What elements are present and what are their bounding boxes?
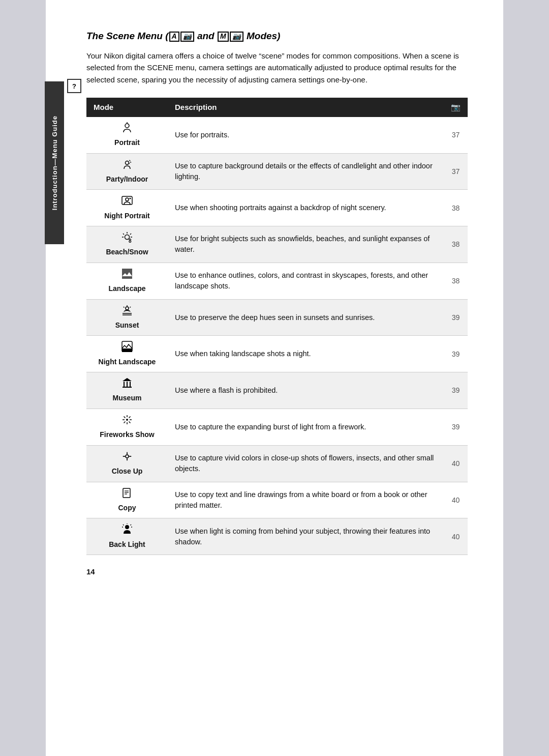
description-cell: Use to copy text and line drawings from … xyxy=(168,482,444,518)
mode-name: Museum xyxy=(113,394,142,402)
mode-name: Sunset xyxy=(115,321,139,329)
table-row: Back Light Use when light is coming from… xyxy=(86,518,468,555)
table-row: Museum Use where a flash is prohibited. … xyxy=(86,372,468,409)
description-cell: Use when light is coming from behind you… xyxy=(168,518,444,555)
intro-paragraph: Your Nikon digital camera offers a choic… xyxy=(86,50,468,85)
mode-cell: Copy xyxy=(86,482,168,518)
table-row: Landscape Use to enhance outlines, color… xyxy=(86,263,468,299)
mode-cell: Night Portrait xyxy=(86,190,168,226)
mode-name: Night Portrait xyxy=(104,212,149,220)
col-header-mode: Mode xyxy=(86,98,168,117)
svg-line-45 xyxy=(131,525,132,526)
sidebar-icon: ? xyxy=(67,79,81,93)
col-header-page: 📷 xyxy=(444,98,468,117)
svg-line-35 xyxy=(124,422,126,423)
table-row: Portrait Use for portraits. 37 xyxy=(86,117,468,153)
svg-point-4 xyxy=(126,198,129,201)
mode-cell: Back Light xyxy=(86,518,168,555)
mode-icon xyxy=(94,524,161,538)
section-title: The Scene Menu (A📷 and M📷 Modes) xyxy=(86,31,468,42)
svg-rect-24 xyxy=(130,382,131,387)
description-cell: Use to capture the expanding burst of li… xyxy=(168,409,444,446)
description-cell: Use for bright subjects such as snowfiel… xyxy=(168,226,444,263)
svg-rect-37 xyxy=(123,488,130,498)
mode-cell: Night Landscape xyxy=(86,336,168,372)
page-cell: 38 xyxy=(444,226,468,263)
mode-icon xyxy=(94,122,161,137)
description-cell: Use to preserve the deep hues seen in su… xyxy=(168,299,444,336)
page-cell: 38 xyxy=(444,263,468,299)
camera-icon-a: 📷 xyxy=(180,32,194,41)
mode-icon xyxy=(94,195,161,210)
svg-line-7 xyxy=(130,234,131,235)
mode-name: Fireworks Show xyxy=(100,430,154,439)
svg-point-0 xyxy=(125,124,129,128)
svg-point-27 xyxy=(126,419,128,421)
description-cell: Use to capture vivid colors in close-up … xyxy=(168,445,444,482)
svg-line-16 xyxy=(130,307,131,308)
page-cell: 40 xyxy=(444,445,468,482)
svg-point-14 xyxy=(126,307,129,310)
table-row: Sunset Use to preserve the deep hues see… xyxy=(86,299,468,336)
mode-cell: Sunset xyxy=(86,299,168,336)
mode-icon xyxy=(94,414,161,429)
svg-rect-23 xyxy=(127,382,128,387)
svg-line-33 xyxy=(129,422,131,423)
page-cell: 39 xyxy=(444,409,468,446)
svg-line-9 xyxy=(123,234,124,235)
svg-rect-22 xyxy=(124,382,125,387)
mode-name: Close Up xyxy=(112,467,143,475)
table-row: Copy Use to copy text and line drawings … xyxy=(86,482,468,518)
svg-line-17 xyxy=(124,307,125,308)
svg-rect-26 xyxy=(123,387,132,388)
page-cell: 39 xyxy=(444,372,468,409)
mode-cell: Fireworks Show xyxy=(86,409,168,446)
description-cell: Use when shooting portraits against a ba… xyxy=(168,190,444,226)
description-cell: Use to enhance outlines, colors, and con… xyxy=(168,263,444,299)
page-number: 14 xyxy=(86,567,468,576)
mode-icon xyxy=(94,159,161,173)
sidebar-label: Introduction—Menu Guide xyxy=(51,115,58,210)
description-cell: Use for portraits. xyxy=(168,117,444,153)
svg-point-41 xyxy=(125,525,129,529)
mode-name: Back Light xyxy=(109,540,145,548)
svg-rect-13 xyxy=(122,269,132,279)
mode-cell: Portrait xyxy=(86,117,168,153)
svg-text:8: 8 xyxy=(129,238,132,243)
svg-point-36 xyxy=(126,455,129,458)
mode-name: Party/Indoor xyxy=(106,175,148,183)
m-box: M xyxy=(218,32,229,41)
mode-cell: 8 Beach/Snow xyxy=(86,226,168,263)
svg-point-5 xyxy=(130,198,131,199)
scene-modes-table: Mode Description 📷 Portrait Use for port… xyxy=(86,98,468,555)
table-row: Night Portrait Use when shooting portrai… xyxy=(86,190,468,226)
mode-icon xyxy=(94,377,161,392)
page-cell: 39 xyxy=(444,336,468,372)
table-row: Night Landscape Use when taking landscap… xyxy=(86,336,468,372)
page-cell: 40 xyxy=(444,518,468,555)
table-row: Party/Indoor Use to capture background d… xyxy=(86,153,468,190)
table-row: 8 Beach/Snow Use for bright subjects suc… xyxy=(86,226,468,263)
table-header-row: Mode Description 📷 xyxy=(86,98,468,117)
svg-marker-25 xyxy=(123,378,132,381)
mode-icon xyxy=(94,305,161,319)
sidebar-tab: Introduction—Menu Guide xyxy=(45,81,64,244)
mode-cell: Museum xyxy=(86,372,168,409)
description-cell: Use to capture background details or the… xyxy=(168,153,444,190)
mode-name: Copy xyxy=(118,504,136,512)
camera-icon-m: 📷 xyxy=(230,32,243,41)
description-cell: Use when taking landscape shots a night. xyxy=(168,336,444,372)
mode-cell: Close Up xyxy=(86,445,168,482)
mode-name: Portrait xyxy=(114,138,140,147)
mode-name: Landscape xyxy=(108,284,145,293)
svg-point-2 xyxy=(126,161,129,164)
mode-icon: 8 xyxy=(94,231,161,246)
mode-icon xyxy=(94,451,161,466)
page-cell: 40 xyxy=(444,482,468,518)
svg-line-34 xyxy=(129,417,131,418)
svg-line-44 xyxy=(123,525,124,526)
mode-cell: Landscape xyxy=(86,263,168,299)
table-row: Fireworks Show Use to capture the expand… xyxy=(86,409,468,446)
a-box: A xyxy=(169,32,179,41)
page-cell: 39 xyxy=(444,299,468,336)
